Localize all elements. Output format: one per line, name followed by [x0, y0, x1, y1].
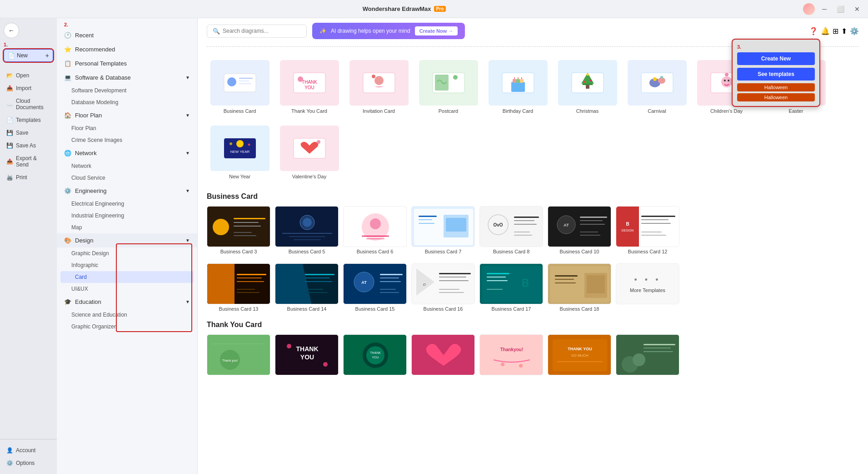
- ty-2[interactable]: THANKYOU: [275, 334, 339, 377]
- nav-floorplan-child[interactable]: Floor Plan: [57, 122, 197, 134]
- nav-network-child[interactable]: Network: [57, 160, 197, 172]
- nav-database[interactable]: Database Modeling: [57, 96, 197, 108]
- share-icon[interactable]: ⬆: [841, 27, 847, 35]
- nav-recent[interactable]: 🕐 Recent: [57, 28, 197, 42]
- svg-rect-117: [380, 274, 403, 275]
- sidebar-print[interactable]: 🖨️ Print: [2, 171, 55, 184]
- svg-rect-87: [580, 220, 603, 221]
- minimize-btn[interactable]: ─: [819, 5, 829, 14]
- template-invitation-card[interactable]: Invitation Card: [346, 56, 412, 118]
- svg-text:SO MUCH: SO MUCH: [571, 353, 589, 358]
- maximize-btn[interactable]: ⬜: [834, 5, 847, 14]
- bc15-label: Business Card 15: [355, 306, 395, 312]
- nav-graphic-organizer[interactable]: Graphic Organizer: [57, 321, 197, 333]
- nav-industrial[interactable]: Industrial Engineering: [57, 210, 197, 222]
- nav-network-section[interactable]: 🌐 Network ▼: [57, 146, 197, 160]
- bc-5[interactable]: Business Card 5: [275, 206, 339, 254]
- nav-card[interactable]: Card: [60, 271, 194, 283]
- new-button[interactable]: 📄 New +: [4, 49, 53, 62]
- sidebar-templates[interactable]: 📄 Templates: [2, 114, 55, 126]
- bc-6[interactable]: Business Card 6: [343, 206, 407, 254]
- search-container[interactable]: 🔍: [207, 25, 307, 38]
- settings-icon[interactable]: ⚙️: [850, 27, 859, 35]
- nav-graphic-design[interactable]: Graphic Design: [57, 247, 197, 259]
- help-icon[interactable]: ❓: [809, 27, 818, 35]
- bc-15[interactable]: AT Business Card 15: [343, 263, 407, 312]
- svg-rect-165: [557, 361, 603, 362]
- svg-rect-67: [366, 238, 384, 239]
- ty-5[interactable]: Thankyou!: [479, 334, 543, 377]
- sidebar-import[interactable]: 📥 Import: [2, 82, 55, 95]
- bc-18[interactable]: Business Card 18: [548, 263, 611, 312]
- nav-floorplan-section[interactable]: 🏠 Floor Plan ▼: [57, 108, 197, 122]
- svg-rect-130: [482, 266, 541, 303]
- bc-7[interactable]: Business Card 7: [411, 206, 475, 254]
- see-templates-button[interactable]: See templates: [737, 68, 815, 81]
- template-valentines-day[interactable]: Valentine's Day: [276, 121, 342, 183]
- education-icon: 🎓: [64, 298, 71, 305]
- nav-personal-templates[interactable]: 📋 Personal Templates: [57, 56, 197, 71]
- ai-sparkle-icon: ✨: [319, 28, 326, 34]
- nav-education-section[interactable]: 🎓 Education ▼: [57, 295, 197, 309]
- svg-rect-75: [480, 207, 543, 247]
- ty-7[interactable]: [616, 334, 679, 377]
- ty-6[interactable]: THANK YOUSO MUCH: [548, 334, 611, 377]
- svg-rect-74: [446, 218, 466, 232]
- bc-16[interactable]: D Business Card 16: [411, 263, 475, 312]
- nav-uiux[interactable]: UI&UX: [57, 283, 197, 295]
- sidebar-cloud[interactable]: ☁️ Cloud Documents: [2, 95, 55, 114]
- nav-engineering-section[interactable]: ⚙️ Engineering ▼: [57, 184, 197, 198]
- nav-design-section[interactable]: 🎨 Design ▼: [57, 233, 197, 247]
- bc-14[interactable]: Business Card 14: [275, 263, 339, 312]
- nav-map[interactable]: Map: [57, 222, 197, 233]
- ai-create-now-button[interactable]: Create Now →: [415, 26, 458, 35]
- bc3-label: Business Card 3: [220, 249, 257, 254]
- software-label: Software & Database: [75, 74, 131, 81]
- template-birthday-card[interactable]: Birthday Card: [485, 56, 551, 118]
- bc-12[interactable]: BDESIGN Business Card 12: [616, 206, 679, 254]
- back-button[interactable]: ←: [4, 23, 19, 38]
- nav-software-section[interactable]: 💻 Software & Database ▼: [57, 71, 197, 85]
- sidebar-save[interactable]: 💾 Save: [2, 126, 55, 139]
- close-btn[interactable]: ✕: [852, 5, 863, 14]
- nav-science[interactable]: Science and Education: [57, 309, 197, 321]
- nav-recommended[interactable]: ⭐ Recommended: [57, 42, 197, 56]
- account-label: Account: [16, 447, 35, 454]
- svg-text:YOU: YOU: [300, 353, 314, 361]
- bell-icon[interactable]: 🔔: [821, 27, 830, 35]
- nav-crime-scene[interactable]: Crime Scene Images: [57, 134, 197, 146]
- template-christmas[interactable]: Christmas: [554, 56, 620, 118]
- bc-3[interactable]: Business Card 3: [207, 206, 270, 254]
- svg-rect-103: [237, 277, 262, 278]
- network-icon: 🌐: [64, 150, 71, 156]
- template-new-year[interactable]: NEW YEAR New Year: [207, 121, 273, 183]
- create-new-button[interactable]: Create New: [737, 52, 815, 65]
- ty-1[interactable]: Thank you!: [207, 334, 270, 377]
- template-carnival[interactable]: Carnival: [624, 56, 690, 118]
- nav-electrical[interactable]: Electrical Engineering: [57, 198, 197, 210]
- bc-8[interactable]: OvO Business Card 8: [479, 206, 543, 254]
- template-postcard[interactable]: Postcard: [415, 56, 481, 118]
- svg-rect-111: [305, 281, 332, 282]
- more-templates-card[interactable]: • • • More Templates: [616, 263, 679, 304]
- bc-13[interactable]: Business Card 13: [207, 263, 270, 312]
- template-thank-you-card[interactable]: THANKYOU Thank You Card: [276, 56, 342, 118]
- svg-rect-157: [480, 335, 543, 375]
- sidebar-options[interactable]: ⚙️ Options: [2, 457, 55, 469]
- sidebar-export[interactable]: 📤 Export & Send: [2, 152, 55, 171]
- sidebar-save-as[interactable]: 💾 Save As: [2, 139, 55, 152]
- sidebar-account[interactable]: 👤 Account: [2, 444, 55, 457]
- ty-4[interactable]: [411, 334, 475, 377]
- sidebar-open[interactable]: 📂 Open: [2, 69, 55, 82]
- network-label: Network: [75, 150, 97, 156]
- bc-17[interactable]: B Business Card 17: [479, 263, 543, 312]
- nav-infographic[interactable]: Infographic: [57, 259, 197, 271]
- bc-10[interactable]: AT Business Card 10: [548, 206, 611, 254]
- template-business-card[interactable]: Business Card: [207, 56, 273, 118]
- ty-3[interactable]: THANKYOU: [343, 334, 407, 377]
- search-input[interactable]: [223, 28, 295, 34]
- grid-icon[interactable]: ⊞: [833, 27, 838, 35]
- svg-rect-66: [362, 236, 389, 237]
- nav-software-dev[interactable]: Software Development: [57, 85, 197, 96]
- nav-cloud-service[interactable]: Cloud Service: [57, 172, 197, 184]
